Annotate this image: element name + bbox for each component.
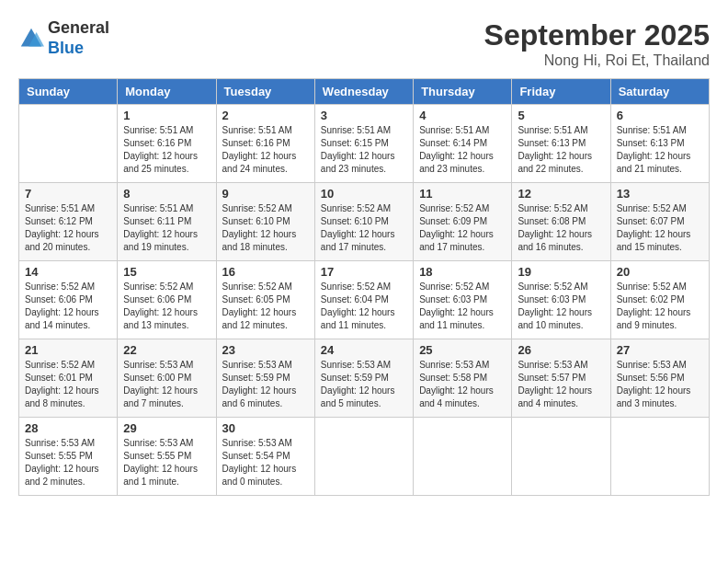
day-number: 7 [25, 187, 111, 201]
day-info: Sunrise: 5:52 AMSunset: 6:01 PMDaylight:… [25, 359, 111, 410]
day-number: 4 [419, 109, 506, 122]
day-info: Sunrise: 5:52 AMSunset: 6:02 PMDaylight:… [617, 281, 703, 332]
day-number: 24 [321, 343, 407, 357]
calendar-cell: 1Sunrise: 5:51 AMSunset: 6:16 PMDaylight… [118, 105, 216, 183]
day-number: 19 [518, 265, 604, 279]
calendar-cell: 16Sunrise: 5:52 AMSunset: 6:05 PMDayligh… [216, 261, 314, 339]
day-info: Sunrise: 5:53 AMSunset: 5:55 PMDaylight:… [25, 437, 111, 488]
day-info: Sunrise: 5:52 AMSunset: 6:03 PMDaylight:… [518, 281, 604, 332]
calendar-cell [414, 418, 512, 496]
calendar-cell: 7Sunrise: 5:51 AMSunset: 6:12 PMDaylight… [19, 183, 118, 261]
day-info: Sunrise: 5:52 AMSunset: 6:10 PMDaylight:… [321, 202, 407, 254]
calendar-cell: 6Sunrise: 5:51 AMSunset: 6:13 PMDaylight… [610, 105, 709, 183]
logo-blue-text: Blue [48, 39, 84, 57]
day-number: 20 [617, 265, 703, 279]
calendar-cell: 11Sunrise: 5:52 AMSunset: 6:09 PMDayligh… [414, 183, 512, 261]
calendar-cell: 30Sunrise: 5:53 AMSunset: 5:54 PMDayligh… [216, 418, 314, 496]
calendar-cell: 10Sunrise: 5:52 AMSunset: 6:10 PMDayligh… [314, 183, 413, 261]
calendar-cell: 23Sunrise: 5:53 AMSunset: 5:59 PMDayligh… [216, 339, 314, 418]
day-info: Sunrise: 5:53 AMSunset: 5:54 PMDaylight:… [222, 437, 309, 488]
calendar-week-5: 28Sunrise: 5:53 AMSunset: 5:55 PMDayligh… [19, 418, 710, 496]
calendar-cell [512, 418, 610, 496]
day-number: 9 [222, 187, 309, 201]
day-number: 3 [321, 109, 407, 122]
day-info: Sunrise: 5:53 AMSunset: 5:59 PMDaylight:… [222, 359, 309, 410]
weekday-header-monday: Monday [118, 79, 216, 105]
day-number: 18 [419, 265, 506, 279]
calendar-cell: 18Sunrise: 5:52 AMSunset: 6:03 PMDayligh… [414, 261, 512, 339]
calendar-cell: 29Sunrise: 5:53 AMSunset: 5:55 PMDayligh… [118, 418, 216, 496]
calendar-cell: 5Sunrise: 5:51 AMSunset: 6:13 PMDaylight… [512, 105, 610, 183]
calendar-week-2: 7Sunrise: 5:51 AMSunset: 6:12 PMDaylight… [19, 183, 710, 261]
logo-general-text: General [48, 18, 109, 37]
calendar-cell: 8Sunrise: 5:51 AMSunset: 6:11 PMDaylight… [118, 183, 216, 261]
logo-icon [18, 26, 44, 52]
title-block: September 2025 Nong Hi, Roi Et, Thailand [484, 18, 710, 69]
calendar-week-1: 1Sunrise: 5:51 AMSunset: 6:16 PMDaylight… [19, 105, 710, 183]
calendar-cell: 14Sunrise: 5:52 AMSunset: 6:06 PMDayligh… [19, 261, 118, 339]
calendar-cell: 21Sunrise: 5:52 AMSunset: 6:01 PMDayligh… [19, 339, 118, 418]
calendar-cell: 24Sunrise: 5:53 AMSunset: 5:59 PMDayligh… [314, 339, 413, 418]
day-info: Sunrise: 5:51 AMSunset: 6:13 PMDaylight:… [617, 124, 703, 176]
day-number: 28 [25, 421, 111, 435]
weekday-header-saturday: Saturday [610, 79, 709, 105]
day-info: Sunrise: 5:53 AMSunset: 5:56 PMDaylight:… [617, 359, 703, 410]
day-number: 16 [222, 265, 309, 279]
calendar-cell: 20Sunrise: 5:52 AMSunset: 6:02 PMDayligh… [610, 261, 709, 339]
day-info: Sunrise: 5:52 AMSunset: 6:04 PMDaylight:… [321, 281, 407, 332]
calendar-cell [19, 105, 118, 183]
calendar-cell: 12Sunrise: 5:52 AMSunset: 6:08 PMDayligh… [512, 183, 610, 261]
day-number: 12 [518, 187, 604, 201]
day-info: Sunrise: 5:53 AMSunset: 5:55 PMDaylight:… [123, 437, 210, 488]
calendar-cell: 17Sunrise: 5:52 AMSunset: 6:04 PMDayligh… [314, 261, 413, 339]
day-number: 22 [123, 343, 210, 357]
day-info: Sunrise: 5:52 AMSunset: 6:09 PMDaylight:… [419, 202, 506, 254]
logo: General Blue [18, 18, 109, 58]
day-info: Sunrise: 5:51 AMSunset: 6:13 PMDaylight:… [518, 124, 604, 176]
day-number: 25 [419, 343, 506, 357]
month-title: September 2025 [484, 18, 710, 52]
calendar-table: SundayMondayTuesdayWednesdayThursdayFrid… [18, 78, 710, 496]
calendar-cell: 27Sunrise: 5:53 AMSunset: 5:56 PMDayligh… [610, 339, 709, 418]
day-info: Sunrise: 5:53 AMSunset: 5:57 PMDaylight:… [518, 359, 604, 410]
day-info: Sunrise: 5:53 AMSunset: 5:58 PMDaylight:… [419, 359, 506, 410]
day-info: Sunrise: 5:51 AMSunset: 6:11 PMDaylight:… [123, 202, 210, 254]
day-info: Sunrise: 5:51 AMSunset: 6:16 PMDaylight:… [123, 124, 210, 176]
day-info: Sunrise: 5:51 AMSunset: 6:16 PMDaylight:… [222, 124, 309, 176]
calendar-week-3: 14Sunrise: 5:52 AMSunset: 6:06 PMDayligh… [19, 261, 710, 339]
weekday-header-wednesday: Wednesday [314, 79, 413, 105]
day-number: 13 [617, 187, 703, 201]
calendar-cell: 13Sunrise: 5:52 AMSunset: 6:07 PMDayligh… [610, 183, 709, 261]
day-info: Sunrise: 5:52 AMSunset: 6:06 PMDaylight:… [123, 281, 210, 332]
day-number: 26 [518, 343, 604, 357]
day-info: Sunrise: 5:51 AMSunset: 6:12 PMDaylight:… [25, 202, 111, 254]
day-number: 23 [222, 343, 309, 357]
weekday-header-friday: Friday [512, 79, 610, 105]
day-number: 10 [321, 187, 407, 201]
calendar-cell: 3Sunrise: 5:51 AMSunset: 6:15 PMDaylight… [314, 105, 413, 183]
day-info: Sunrise: 5:52 AMSunset: 6:07 PMDaylight:… [617, 202, 703, 254]
day-number: 27 [617, 343, 703, 357]
calendar-cell: 25Sunrise: 5:53 AMSunset: 5:58 PMDayligh… [414, 339, 512, 418]
day-number: 29 [123, 421, 210, 435]
day-number: 15 [123, 265, 210, 279]
weekday-header-thursday: Thursday [414, 79, 512, 105]
calendar-cell: 4Sunrise: 5:51 AMSunset: 6:14 PMDaylight… [414, 105, 512, 183]
day-number: 14 [25, 265, 111, 279]
day-info: Sunrise: 5:51 AMSunset: 6:15 PMDaylight:… [321, 124, 407, 176]
day-number: 8 [123, 187, 210, 201]
page-header: General Blue September 2025 Nong Hi, Roi… [18, 18, 710, 69]
day-number: 2 [222, 109, 309, 122]
day-info: Sunrise: 5:53 AMSunset: 6:00 PMDaylight:… [123, 359, 210, 410]
calendar-cell: 22Sunrise: 5:53 AMSunset: 6:00 PMDayligh… [118, 339, 216, 418]
day-number: 11 [419, 187, 506, 201]
calendar-header-row: SundayMondayTuesdayWednesdayThursdayFrid… [19, 79, 710, 105]
calendar-cell: 19Sunrise: 5:52 AMSunset: 6:03 PMDayligh… [512, 261, 610, 339]
day-info: Sunrise: 5:53 AMSunset: 5:59 PMDaylight:… [321, 359, 407, 410]
weekday-header-sunday: Sunday [19, 79, 118, 105]
calendar-cell: 15Sunrise: 5:52 AMSunset: 6:06 PMDayligh… [118, 261, 216, 339]
day-number: 6 [617, 109, 703, 122]
location-title: Nong Hi, Roi Et, Thailand [484, 52, 710, 69]
weekday-header-tuesday: Tuesday [216, 79, 314, 105]
calendar-cell [314, 418, 413, 496]
